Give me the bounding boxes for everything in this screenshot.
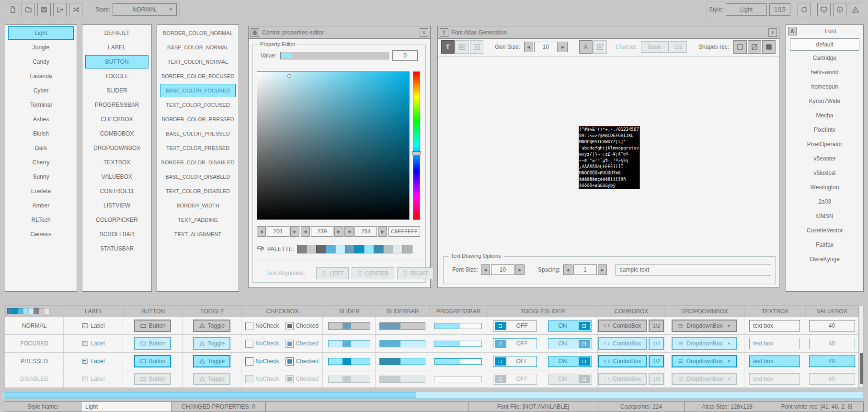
property-item[interactable]: BORDER_COLOR_PRESSED [160,113,236,126]
report-issue-button[interactable] [849,3,862,16]
close-icon[interactable]: x [420,28,428,37]
control-item-dropdownbox[interactable]: DROPDOWNBOX [85,141,148,155]
property-item[interactable]: TEXT_COLOR_DISABLED [160,184,236,198]
spinner-right-icon[interactable]: ▶ [378,226,387,237]
property-item[interactable]: TEXT_COLOR_PRESSED [160,141,236,155]
property-item[interactable]: BASE_COLOR_NORMAL [160,41,236,54]
control-item-toggle[interactable]: TOGGLE [85,69,148,83]
font-item[interactable]: Fairfax [790,238,859,252]
window-title-bar[interactable]: T Font Atlas Generation x [438,26,779,39]
font-item[interactable]: v5easter [790,151,859,166]
style-item-cyber[interactable]: Cyber [8,84,74,97]
text-mode-button[interactable]: T [441,40,455,54]
load-file-button[interactable] [22,3,35,16]
palette-swatch[interactable] [374,245,384,253]
property-item[interactable]: BORDER_COLOR_DISABLED [160,156,236,169]
blue-value[interactable]: 254 [354,226,377,237]
sample-slider[interactable] [328,340,370,347]
sample-dropdownbox[interactable]: DropdownBox▼ [672,355,736,367]
sample-combobox[interactable]: ComboBox [598,355,647,367]
sample-valuebox[interactable]: 40 [809,338,855,349]
style-item-sunny[interactable]: Sunny [8,170,74,183]
property-item[interactable]: BASE_COLOR_DISABLED [160,170,236,183]
screen-mode-button[interactable] [817,3,831,16]
new-file-button[interactable] [6,3,19,16]
sample-button[interactable]: Button [134,320,171,332]
reload-style-button[interactable] [798,3,811,16]
window-title-bar[interactable]: Control properties editor x [249,26,430,39]
spinner-left-icon[interactable]: ◀ [344,226,354,237]
sample-button[interactable]: Button [134,355,171,367]
spinner-left-icon[interactable]: ◀ [524,42,533,52]
close-icon[interactable]: x [768,28,777,37]
spinner-left-icon[interactable]: ◀ [301,226,310,237]
style-item-ashes[interactable]: Ashes [8,113,74,126]
sample-textbox[interactable]: text box [749,338,800,349]
sample-text-input[interactable]: sample text [616,264,771,275]
control-item-listview[interactable]: LISTVIEW [85,199,148,212]
style-item-candy[interactable]: Candy [8,55,74,69]
scrollbar-handle[interactable] [860,353,863,384]
sample-checkbox-unchecked[interactable]: NoCheck [245,322,279,330]
hex-value-box[interactable]: C9EFFEFF [388,226,420,237]
spinner-right-icon[interactable]: ▶ [290,226,299,237]
sample-checkbox-checked[interactable]: Checked [286,322,318,330]
control-item-slider[interactable]: SLIDER [85,84,148,97]
green-value[interactable]: 239 [311,226,333,237]
style-item-jungle[interactable]: Jungle [8,41,74,54]
gen-size-value[interactable]: 10 [534,42,558,52]
red-value[interactable]: 201 [267,226,289,237]
spinner-left-icon[interactable]: ◀ [257,226,266,237]
font-item[interactable]: 2a03 [790,195,859,209]
palette-swatch[interactable] [307,245,317,253]
palette-swatch[interactable] [297,245,307,253]
property-item[interactable]: TEXT_ALIGNMENT [160,228,236,241]
value-slider[interactable] [280,52,388,59]
sample-combobox[interactable]: ComboBox [598,320,647,332]
sample-toggle[interactable]: Toggle [193,355,230,367]
sample-toggle[interactable]: Toggle [193,320,230,332]
font-atlas-image[interactable]: !"#$%&'()*+,-./0123456789:;<=>?@ABCDEFGH… [579,126,640,189]
property-item[interactable]: TEXT_COLOR_FOCUSED [160,98,236,112]
palette-swatch[interactable] [345,245,355,253]
font-item[interactable]: Cartridge [790,51,859,65]
sample-toggleslider-off[interactable]: OFF [493,320,537,332]
color-picker-cursor[interactable] [287,74,291,78]
palette-swatch[interactable] [402,245,412,253]
font-item[interactable]: PixelOperator [790,137,859,151]
property-item[interactable]: BASE_COLOR_PRESSED [160,127,236,140]
sample-button[interactable]: Button [134,337,171,350]
sample-checkbox-checked[interactable]: Checked [286,340,318,348]
sample-sliderbar[interactable] [379,340,425,347]
style-item-lavanda[interactable]: Lavanda [8,69,74,83]
shapes-rec-fill-button[interactable] [762,40,776,54]
value-box[interactable]: 0 [392,50,418,61]
table-vertical-scrollbar[interactable] [859,306,864,388]
sample-checkbox-unchecked[interactable]: NoCheck [245,340,279,348]
property-item[interactable]: BORDER_WIDTH [160,199,236,212]
export-file-button[interactable] [53,3,67,16]
style-item-bluish[interactable]: Bluish [8,127,74,140]
control-item-label[interactable]: LABEL [85,41,148,54]
palette-swatch[interactable] [393,245,403,253]
spinner-right-icon[interactable]: ▶ [559,42,568,52]
shapes-rec-slash-button[interactable] [748,40,761,54]
font-item[interactable]: homespun [790,80,859,94]
font-preview-button[interactable]: A [579,40,593,54]
style-item-rltech[interactable]: RLTech [8,213,74,227]
spinner-right-icon[interactable]: ▶ [598,264,607,275]
spinner-left-icon[interactable]: ◀ [481,264,490,275]
sample-toggleslider-off[interactable]: OFF [493,338,537,349]
sample-textbox[interactable]: text box [749,355,800,367]
style-selector[interactable]: Light [726,3,767,16]
font-item[interactable]: v5loxical [790,166,859,180]
combo-index-box[interactable]: 1/2 [649,337,664,350]
sample-textbox[interactable]: text box [749,320,800,332]
font-item[interactable]: PixelIntv [790,123,859,137]
sample-toggleslider-on[interactable]: ON [548,356,592,367]
font-item[interactable]: Mecha [790,108,859,123]
palette-swatch[interactable] [326,245,336,253]
palette-swatch[interactable] [354,245,365,253]
spinner-right-icon[interactable]: ▶ [334,226,343,237]
control-item-statusbar[interactable]: STATUSBAR [85,242,148,255]
